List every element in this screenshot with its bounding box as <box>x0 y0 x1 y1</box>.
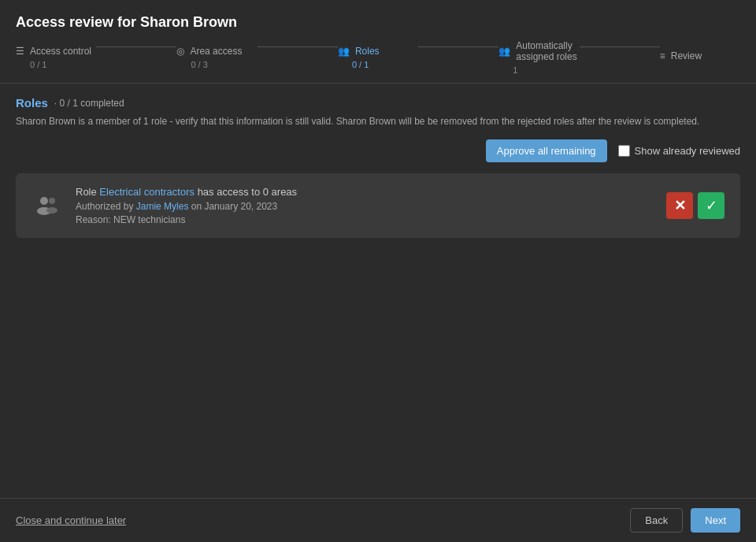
role-info: Role Electrical contractors has access t… <box>76 186 654 225</box>
step-roles-label: Roles <box>355 46 380 57</box>
role-name-link[interactable]: Electrical contractors <box>99 186 195 198</box>
step-area-access-count: 0 / 3 <box>176 60 207 69</box>
connector-4 <box>580 46 660 47</box>
step-access-control[interactable]: ☰ Access control 0 / 1 <box>16 46 96 69</box>
step-nav: ☰ Access control 0 / 1 ◎ Area access 0 /… <box>0 40 756 84</box>
area-access-icon: ◎ <box>176 46 184 57</box>
auth-date-value: January 20, 2023 <box>204 201 277 212</box>
auth-line: Authorized by Jamie Myles on January 20,… <box>76 201 654 212</box>
main-content: Roles · 0 / 1 completed Sharon Brown is … <box>0 84 756 251</box>
step-access-control-label: Access control <box>30 46 91 57</box>
authorized-by-link[interactable]: Jamie Myles <box>136 201 189 212</box>
role-card-icon <box>32 190 63 221</box>
step-access-control-count: 0 / 1 <box>16 60 46 69</box>
action-bar: Approve all remaining Show already revie… <box>16 139 740 162</box>
reject-button[interactable]: ✕ <box>666 192 693 219</box>
connector-2 <box>258 46 338 47</box>
section-title: Roles <box>16 96 48 110</box>
access-control-icon: ☰ <box>16 46 24 57</box>
reason-line: Reason: NEW technicians <box>76 214 654 225</box>
step-review[interactable]: ≡ Review <box>660 50 740 65</box>
connector-1 <box>96 46 176 47</box>
show-reviewed-label-text: Show already reviewed <box>635 145 740 157</box>
approve-button[interactable]: ✓ <box>698 192 724 219</box>
back-button[interactable]: Back <box>630 508 683 533</box>
role-access-text: has access to 0 areas <box>198 186 297 198</box>
step-area-access-label: Area access <box>190 46 242 57</box>
step-auto-roles-count: 1 <box>498 65 517 75</box>
role-line: Role Electrical contractors has access t… <box>76 186 654 198</box>
reason-value: NEW technicians <box>113 214 185 225</box>
footer-right: Back Next <box>630 508 740 533</box>
connector-3 <box>418 46 498 47</box>
section-subtitle: · 0 / 1 completed <box>54 98 124 109</box>
step-area-access[interactable]: ◎ Area access 0 / 3 <box>176 46 257 69</box>
review-icon: ≡ <box>660 50 665 61</box>
next-button[interactable]: Next <box>691 508 740 533</box>
close-continue-later-button[interactable]: Close and continue later <box>16 514 126 526</box>
section-header: Roles · 0 / 1 completed <box>16 96 740 110</box>
page-title: Access review for Sharon Brown <box>0 0 756 40</box>
svg-point-0 <box>40 197 48 205</box>
step-roles[interactable]: 👥 Roles 0 / 1 <box>338 46 418 69</box>
authorized-date: on <box>191 201 205 212</box>
approve-all-button[interactable]: Approve all remaining <box>486 139 607 162</box>
step-roles-count: 0 / 1 <box>338 60 369 69</box>
svg-point-1 <box>49 198 55 204</box>
show-reviewed-checkbox[interactable] <box>618 145 630 157</box>
step-review-label: Review <box>671 50 702 61</box>
show-reviewed-toggle[interactable]: Show already reviewed <box>618 145 740 157</box>
section-description: Sharon Brown is a member of 1 role - ver… <box>16 114 740 128</box>
role-actions: ✕ ✓ <box>666 192 724 219</box>
role-card: Role Electrical contractors has access t… <box>16 173 740 238</box>
roles-icon: 👥 <box>338 46 350 57</box>
step-auto-roles-label: Automatically assigned roles <box>516 40 579 62</box>
step-auto-roles[interactable]: 👥 Automatically assigned roles 1 <box>498 40 579 75</box>
auto-roles-icon: 👥 <box>498 46 510 57</box>
footer: Close and continue later Back Next <box>0 498 756 542</box>
svg-point-3 <box>46 207 57 213</box>
